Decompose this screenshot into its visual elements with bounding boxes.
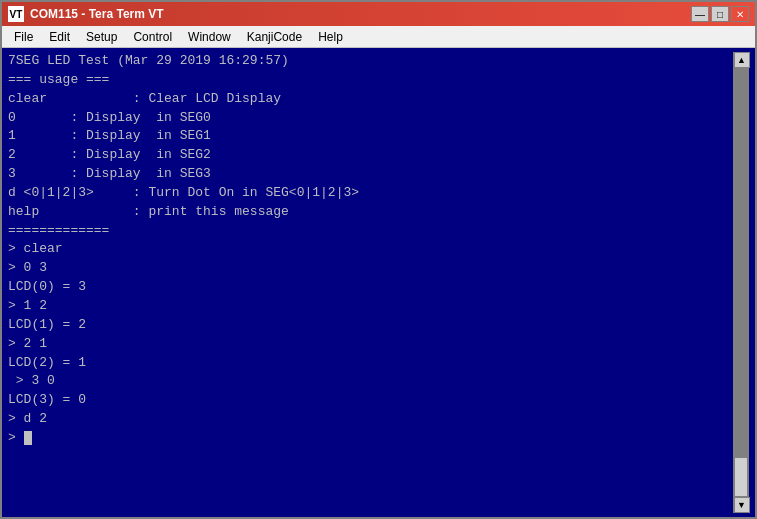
menu-item-control[interactable]: Control <box>125 28 180 46</box>
menu-item-help[interactable]: Help <box>310 28 351 46</box>
window-title: COM115 - Tera Term VT <box>30 7 164 21</box>
menu-bar: FileEditSetupControlWindowKanjiCodeHelp <box>2 26 755 48</box>
scroll-down-button[interactable]: ▼ <box>734 497 750 513</box>
terminal-content: 7SEG LED Test (Mar 29 2019 16:29:57) ===… <box>8 52 733 513</box>
terminal-area: 7SEG LED Test (Mar 29 2019 16:29:57) ===… <box>2 48 755 517</box>
scroll-up-button[interactable]: ▲ <box>734 52 750 68</box>
cursor <box>24 431 32 445</box>
app-icon: VT <box>8 6 24 22</box>
close-button[interactable]: ✕ <box>731 6 749 22</box>
menu-item-kanjicode[interactable]: KanjiCode <box>239 28 310 46</box>
maximize-button[interactable]: □ <box>711 6 729 22</box>
title-bar: VT COM115 - Tera Term VT — □ ✕ <box>2 2 755 26</box>
minimize-button[interactable]: — <box>691 6 709 22</box>
scrollbar[interactable]: ▲ ▼ <box>733 52 749 513</box>
menu-item-file[interactable]: File <box>6 28 41 46</box>
menu-item-window[interactable]: Window <box>180 28 239 46</box>
main-window: VT COM115 - Tera Term VT — □ ✕ FileEditS… <box>0 0 757 519</box>
scrollbar-track <box>734 68 749 497</box>
scrollbar-thumb[interactable] <box>734 457 748 497</box>
title-bar-left: VT COM115 - Tera Term VT <box>8 6 164 22</box>
terminal-output: 7SEG LED Test (Mar 29 2019 16:29:57) ===… <box>8 52 733 448</box>
window-controls: — □ ✕ <box>691 6 749 22</box>
menu-item-edit[interactable]: Edit <box>41 28 78 46</box>
menu-item-setup[interactable]: Setup <box>78 28 125 46</box>
